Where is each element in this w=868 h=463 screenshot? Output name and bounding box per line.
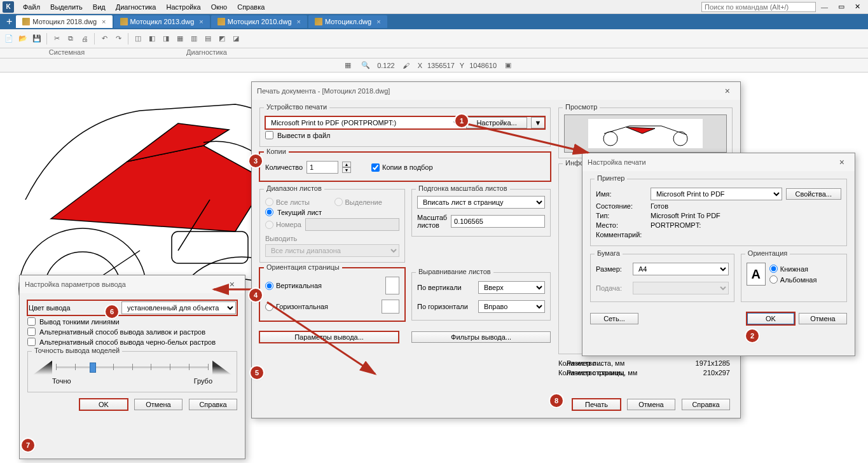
callout-badge-5: 5 xyxy=(251,366,263,379)
spinner-up-icon[interactable]: ▲ xyxy=(342,162,351,167)
orientation-landscape-radio[interactable]: Горизонтальная xyxy=(265,303,378,311)
layers-icon[interactable]: ▣ xyxy=(502,59,514,72)
menu-settings[interactable]: Настройка xyxy=(161,2,205,12)
align-horizontal-select[interactable]: Вправо xyxy=(478,300,545,313)
collate-checkbox[interactable]: Копии в подбор xyxy=(371,163,433,172)
copies-count-input[interactable] xyxy=(307,161,338,174)
print-setup-titlebar[interactable]: Настройка печати × xyxy=(582,153,855,171)
setup-landscape-radio[interactable]: Альбомная xyxy=(769,275,817,284)
print-dialog-titlebar[interactable]: Печать документа - [Мотоцикл 2018.dwg] × xyxy=(252,82,740,100)
scale-label: Масштаб листов xyxy=(417,214,447,229)
diag3-icon[interactable]: ◨ xyxy=(160,32,172,45)
output-params-cancel-button[interactable]: Отмена xyxy=(134,399,183,410)
menu-select[interactable]: Выделить xyxy=(45,2,88,12)
align-vertical-select[interactable]: Вверх xyxy=(478,281,545,294)
close-icon[interactable]: × xyxy=(297,18,301,25)
tab-3[interactable]: Мотоцикл 2010.dwg× xyxy=(211,15,307,28)
orientation-portrait-radio[interactable]: Вертикальная xyxy=(265,282,382,290)
diag5-icon[interactable]: ▥ xyxy=(188,32,200,45)
command-search-input[interactable] xyxy=(701,2,816,12)
setup-portrait-radio[interactable]: Книжная xyxy=(769,265,817,273)
precision-group: Точность вывода моделей Точно Грубо xyxy=(27,351,237,392)
setup-cancel-button[interactable]: Отмена xyxy=(799,313,847,324)
close-icon[interactable]: × xyxy=(376,18,380,25)
diag2-icon[interactable]: ◧ xyxy=(146,32,158,45)
menu-view[interactable]: Вид xyxy=(88,2,111,12)
print-help-button[interactable]: Справка xyxy=(682,399,730,410)
range-selection-radio[interactable]: Выделение xyxy=(334,198,400,206)
redo-icon[interactable]: ↷ xyxy=(112,32,125,45)
maximize-button[interactable]: ▭ xyxy=(833,1,850,12)
menu-diagnostics[interactable]: Диагностика xyxy=(111,2,162,12)
coord-y-label: Y xyxy=(460,62,464,69)
printer-select[interactable]: Microsoft Print to PDF (PORTPROMPT:) xyxy=(265,116,462,129)
alt-fill-checkbox[interactable]: Альтернативный способ вывода заливок и р… xyxy=(27,328,237,336)
new-icon[interactable]: 📄 xyxy=(3,32,15,45)
grid-icon[interactable]: ▦ xyxy=(341,59,354,72)
range-all-radio[interactable]: Все листы xyxy=(265,198,331,206)
printer-state-label: Состояние: xyxy=(596,202,647,210)
cut-icon[interactable]: ✂ xyxy=(50,32,63,45)
diag6-icon[interactable]: ▤ xyxy=(202,32,214,45)
tab-4[interactable]: Мотоцикл.dwg× xyxy=(308,15,387,28)
close-icon[interactable]: × xyxy=(199,18,203,25)
close-icon[interactable]: × xyxy=(834,156,850,169)
info-page-size-label: Размер страницы, мм xyxy=(567,369,699,377)
paper-feed-select xyxy=(633,282,729,294)
close-icon[interactable]: × xyxy=(102,18,106,25)
range-numbers-radio[interactable]: Номера xyxy=(265,221,301,229)
diag4-icon[interactable]: ▦ xyxy=(174,32,186,45)
diag1-icon[interactable]: ◫ xyxy=(132,32,144,45)
copy-icon[interactable]: ⧉ xyxy=(64,32,77,45)
alt-bw-checkbox[interactable]: Альтернативный способ вывода черно-белых… xyxy=(27,338,237,346)
menu-file[interactable]: Файл xyxy=(18,2,45,12)
spinner-down-icon[interactable]: ▼ xyxy=(342,167,351,173)
precision-coarse-label: Грубо xyxy=(134,377,231,385)
undo-icon[interactable]: ↶ xyxy=(98,32,111,45)
output-params-button[interactable]: Параметры вывода... xyxy=(259,331,399,343)
close-button[interactable]: ✕ xyxy=(850,1,865,12)
diag8-icon[interactable]: ◪ xyxy=(230,32,242,45)
print-setup-title: Настройка печати xyxy=(588,158,646,166)
page-range-group: Диапазон листов Все листы Выделение Теку… xyxy=(259,189,405,263)
output-color-select[interactable]: установленный для объекта xyxy=(121,301,236,314)
print-button[interactable]: Печать xyxy=(572,399,621,410)
output-params-ok-button[interactable]: OK xyxy=(79,399,128,410)
range-numbers-input xyxy=(305,218,399,231)
precision-slider[interactable] xyxy=(56,360,209,375)
open-icon[interactable]: 📂 xyxy=(17,32,29,45)
output-filters-button[interactable]: Фильтры вывода... xyxy=(411,331,551,343)
printer-settings-dropdown[interactable]: ▼ xyxy=(531,117,545,128)
zoom-icon[interactable]: 🔍 xyxy=(359,59,372,72)
toolbar-group-labels: Системная Диагностика xyxy=(0,48,868,59)
menu-help[interactable]: Справка xyxy=(232,2,270,12)
tab-2[interactable]: Мотоцикл 2013.dwg× xyxy=(114,15,210,28)
paper-size-select[interactable]: A4 xyxy=(633,263,729,275)
close-icon[interactable]: × xyxy=(224,278,240,291)
new-tab-button[interactable]: + xyxy=(3,16,16,27)
callout-badge-3: 3 xyxy=(249,155,262,167)
printer-name-select[interactable]: Microsoft Print to PDF xyxy=(651,188,782,200)
network-button[interactable]: Сеть... xyxy=(590,313,638,324)
range-current-radio[interactable]: Текущий лист xyxy=(265,208,399,216)
brush-icon[interactable]: 🖌 xyxy=(400,59,413,72)
output-params-titlebar[interactable]: Настройка параметров вывода × xyxy=(20,275,245,293)
thin-lines-checkbox[interactable]: Вывод тонкими линиями xyxy=(27,317,237,326)
print-to-file-checkbox[interactable]: Вывести в файл xyxy=(265,131,545,139)
toolbar-group-system: Системная xyxy=(0,48,134,58)
menu-window[interactable]: Окно xyxy=(206,2,233,12)
output-params-help-button[interactable]: Справка xyxy=(189,399,237,410)
save-icon[interactable]: 💾 xyxy=(31,32,43,45)
print-icon[interactable]: 🖨 xyxy=(78,32,91,45)
close-icon[interactable]: × xyxy=(720,85,735,97)
scale-input[interactable] xyxy=(451,215,545,228)
printer-settings-button[interactable]: Настройка... xyxy=(466,117,527,128)
tab-1[interactable]: Мотоцикл 2018.dwg× xyxy=(16,15,112,28)
printer-properties-button[interactable]: Свойства... xyxy=(786,188,841,200)
diag7-icon[interactable]: ◩ xyxy=(216,32,228,45)
fit-mode-select[interactable]: Вписать лист в страницу xyxy=(417,196,545,209)
setup-ok-button[interactable]: OK xyxy=(747,312,795,325)
tab-label: Мотоцикл.dwg xyxy=(325,18,371,25)
minimize-button[interactable]: — xyxy=(816,2,833,12)
print-cancel-button[interactable]: Отмена xyxy=(627,399,675,410)
